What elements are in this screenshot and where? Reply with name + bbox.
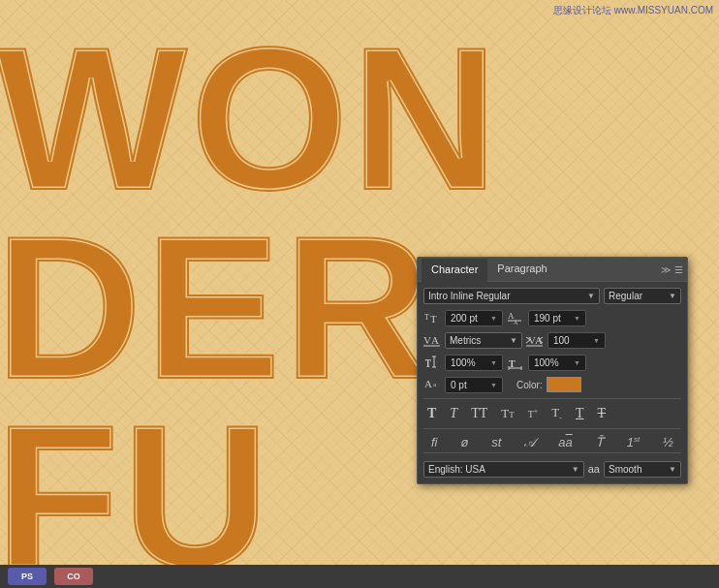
scale-row: T 100% ▼ T 100% ▼	[423, 354, 681, 371]
glyph-ordinal[interactable]: 1st	[627, 435, 640, 449]
horizontal-scale-input[interactable]: 100% ▼	[528, 355, 586, 371]
co-icon: CO	[54, 568, 93, 585]
font-style-select[interactable]: Regular ▼	[604, 288, 681, 304]
font-size-arrow: ▼	[490, 315, 497, 322]
horizontal-scale-icon: T	[507, 354, 524, 371]
svg-text:T: T	[509, 358, 516, 369]
font-size-row: T T 200 pt ▼ A A 190 pt ▼	[423, 309, 681, 326]
font-size-icon: T T	[423, 309, 441, 326]
color-label: Color:	[516, 380, 543, 390]
tracking-icon: V A	[526, 331, 544, 349]
type-btn-strikethrough[interactable]: T	[594, 404, 610, 423]
font-name-arrow: ▼	[587, 292, 595, 300]
vertical-scale-input[interactable]: 100% ▼	[445, 355, 503, 371]
font-name-row: Intro Inline Regular ▼ Regular ▼	[423, 288, 681, 304]
kerning-row: V A Metrics ▼ V A	[423, 331, 681, 349]
ps-icon: PS	[8, 568, 47, 585]
panel-tab-icons: ≫ ☰	[661, 264, 683, 275]
type-btn-small-caps[interactable]: TT	[497, 404, 517, 423]
leading-input[interactable]: 190 pt ▼	[528, 310, 586, 326]
baseline-shift-input[interactable]: 0 pt ▼	[445, 377, 503, 393]
svg-text:T: T	[425, 356, 431, 369]
svg-text:a: a	[433, 381, 437, 388]
glyph-row: fi ø st 𝒜 aa T̄ 1st ½	[423, 433, 681, 453]
glyph-aa-bar[interactable]: aa	[558, 435, 572, 449]
type-btn-underline[interactable]: T	[572, 404, 588, 423]
leading-arrow: ▼	[574, 315, 580, 322]
type-btn-all-caps[interactable]: TT	[467, 404, 491, 423]
svg-text:A: A	[424, 378, 432, 389]
baseline-color-row: A a 0 pt ▼ Color:	[423, 376, 681, 393]
watermark: 思缘设计论坛 www.MISSYUAN.COM	[553, 4, 713, 17]
type-btn-bold[interactable]: T	[423, 404, 440, 423]
kerning-select[interactable]: Metrics ▼	[445, 332, 522, 349]
bottom-bar: PS CO	[0, 565, 719, 588]
type-btn-subscript[interactable]: T-	[547, 403, 566, 424]
svg-text:V: V	[423, 334, 431, 346]
svg-text:A: A	[431, 334, 439, 346]
svg-text:T: T	[430, 313, 437, 325]
tracking-arrow: ▼	[593, 337, 600, 344]
leading-icon: A A	[507, 309, 524, 326]
panel-body: Intro Inline Regular ▼ Regular ▼ T T 200…	[418, 282, 687, 483]
glyph-fraction[interactable]: ½	[663, 435, 673, 449]
glyph-o-slash[interactable]: ø	[460, 435, 468, 449]
glyph-fi[interactable]: fi	[431, 435, 438, 449]
svg-text:FU: FU	[0, 383, 272, 588]
antialiasing-arrow: ▼	[669, 465, 676, 474]
language-select[interactable]: English: USA ▼	[423, 461, 584, 478]
baseline-arrow: ▼	[490, 382, 497, 388]
baseline-icon: A a	[423, 376, 441, 393]
tab-character[interactable]: Character	[422, 259, 487, 282]
antialiasing-select[interactable]: Smooth ▼	[604, 461, 681, 478]
vertical-scale-icon: T	[423, 354, 441, 371]
glyph-st[interactable]: st	[491, 435, 501, 449]
character-panel: Character Paragraph ≫ ☰ Intro Inline Reg…	[417, 257, 688, 484]
font-name-select[interactable]: Intro Inline Regular ▼	[423, 288, 600, 304]
font-style-arrow: ▼	[669, 292, 676, 300]
glyph-t-bar[interactable]: T̄	[596, 435, 604, 449]
panel-footer: English: USA ▼ aa Smooth ▼	[423, 457, 681, 478]
kerning-arrow: ▼	[510, 336, 517, 345]
type-btn-italic[interactable]: T	[446, 404, 461, 423]
lang-arrow: ▼	[572, 465, 579, 474]
color-swatch[interactable]	[547, 377, 581, 392]
svg-text:A: A	[514, 320, 518, 325]
kerning-icon: V A	[423, 331, 441, 349]
expand-icon[interactable]: ≫	[661, 264, 671, 275]
font-size-input[interactable]: 200 pt ▼	[445, 310, 503, 326]
tab-paragraph[interactable]: Paragraph	[487, 258, 556, 281]
tracking-input[interactable]: 100 ▼	[547, 332, 606, 349]
panel-tabs: Character Paragraph ≫ ☰	[418, 258, 687, 282]
vertical-scale-arrow: ▼	[490, 359, 497, 366]
horizontal-scale-arrow: ▼	[574, 359, 580, 366]
glyph-script-a[interactable]: 𝒜	[524, 435, 535, 450]
aa-label: aa	[588, 463, 600, 475]
menu-icon[interactable]: ☰	[674, 264, 683, 275]
svg-text:T: T	[424, 313, 429, 322]
type-style-row: T T TT TT T+ T- T T	[423, 398, 681, 429]
type-btn-superscript[interactable]: T+	[524, 405, 543, 421]
